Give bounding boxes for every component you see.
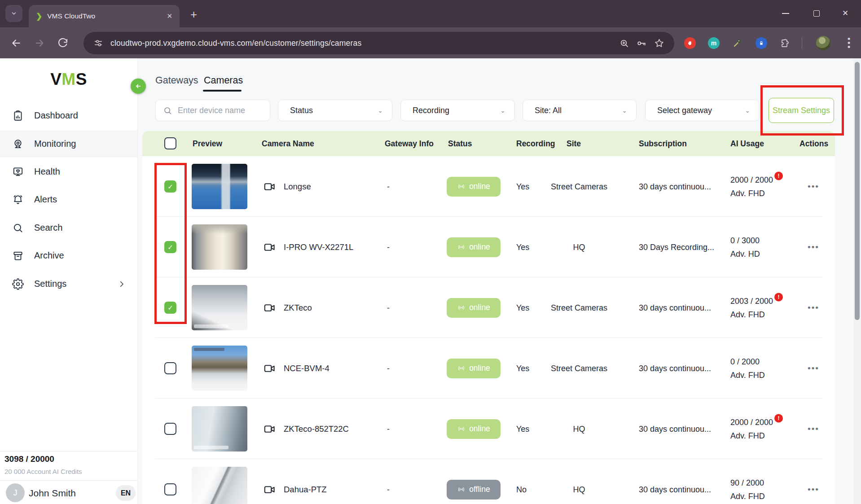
- browser-profile-avatar[interactable]: [816, 36, 830, 50]
- table-row[interactable]: NCE-BVM-4 - online Yes Street Cameras 30…: [142, 338, 835, 399]
- row-checkbox[interactable]: [164, 483, 176, 495]
- chevron-down-icon: ⌄: [745, 107, 750, 114]
- ai-plan-value: Adv. FHD: [730, 310, 783, 319]
- tab-cameras[interactable]: Cameras: [204, 75, 243, 86]
- device-search-field[interactable]: [155, 100, 270, 121]
- column-header-preview: Preview: [193, 131, 222, 156]
- tab-gateways[interactable]: Gateways: [155, 75, 198, 86]
- row-actions-button[interactable]: •••: [798, 424, 829, 434]
- language-selector[interactable]: EN: [116, 485, 136, 501]
- sidebar-item-search[interactable]: Search: [0, 214, 137, 241]
- status-filter-label: Status: [290, 106, 313, 115]
- annotation-checkboxes-highlight: [154, 163, 187, 324]
- zoom-icon[interactable]: [619, 38, 629, 48]
- extension-m-icon[interactable]: m: [708, 37, 720, 49]
- site-filter-label: Site: All: [535, 106, 562, 115]
- sidebar-item-settings[interactable]: Settings: [0, 270, 137, 298]
- extension-password-lock-icon[interactable]: [756, 37, 767, 49]
- status-filter-select[interactable]: Status⌄: [278, 100, 392, 121]
- ai-usage: 0 / 2000! Adv. FHD: [730, 357, 765, 380]
- row-actions-button[interactable]: •••: [798, 485, 829, 495]
- window-minimize-button[interactable]: [782, 13, 789, 14]
- ai-usage-value: 2000 / 2000: [730, 417, 773, 427]
- recording-value: Yes: [516, 303, 529, 312]
- browser-tab[interactable]: ❯ VMS CloudTwo ✕: [29, 5, 180, 27]
- user-avatar[interactable]: J: [6, 483, 25, 502]
- page-scrollbar-thumb[interactable]: [855, 62, 860, 320]
- search-input[interactable]: [178, 106, 259, 115]
- camera-preview-thumbnail[interactable]: [192, 285, 247, 330]
- window-maximize-button[interactable]: [813, 10, 820, 17]
- url-bar[interactable]: cloudtwo-prod.vxgdemo.cloud-vms.com/en/c…: [83, 32, 674, 54]
- status-label: online: [469, 364, 490, 373]
- logo-m: M: [62, 70, 75, 88]
- bookmark-star-icon[interactable]: [654, 38, 664, 48]
- table-row[interactable]: Dahua-PTZ - offline No HQ 30 days contin…: [142, 459, 835, 504]
- site-settings-icon[interactable]: [93, 38, 103, 48]
- extension-blocker-hand-icon[interactable]: [684, 37, 696, 49]
- browser-tab-strip: ❯ VMS CloudTwo ✕ + ✕: [0, 0, 861, 27]
- select-all-checkbox[interactable]: [164, 137, 176, 149]
- window-close-button[interactable]: ✕: [842, 9, 848, 18]
- sidebar-item-dashboard[interactable]: Dashboard: [0, 102, 137, 129]
- extension-colorpicker-icon[interactable]: [732, 37, 743, 49]
- site-filter-select[interactable]: Site: All⌄: [523, 100, 637, 121]
- table-row[interactable]: Longse - online Yes Street Cameras 30 da…: [142, 156, 835, 217]
- camera-name: Dahua-PTZ: [284, 485, 327, 495]
- arrow-left-icon: [135, 83, 142, 90]
- sidebar-item-monitoring[interactable]: Monitoring: [0, 130, 137, 158]
- new-tab-button[interactable]: +: [190, 8, 197, 22]
- subscription-value: 30 days continuou...: [639, 182, 711, 191]
- sidebar-item-label: Archive: [34, 250, 64, 261]
- camera-preview-thumbnail[interactable]: [192, 224, 247, 270]
- ai-plan-value: Adv. FHD: [730, 370, 765, 380]
- recording-filter-label: Recording: [413, 106, 449, 115]
- gateway-filter-select[interactable]: Select gateway⌄: [645, 100, 760, 121]
- reload-button[interactable]: [54, 27, 72, 58]
- camera-preview-thumbnail[interactable]: [192, 406, 247, 451]
- row-checkbox[interactable]: [164, 423, 176, 435]
- gateway-info-value: -: [382, 242, 395, 252]
- camera-preview-thumbnail[interactable]: [192, 467, 247, 504]
- status-badge: offline: [447, 480, 501, 500]
- signal-icon: [457, 485, 466, 494]
- sidebar-item-health[interactable]: Health: [0, 158, 137, 185]
- tab-close-icon[interactable]: ✕: [167, 12, 172, 20]
- sidebar-item-archive[interactable]: Archive: [0, 242, 137, 269]
- row-checkbox[interactable]: [164, 362, 176, 374]
- camera-preview-thumbnail[interactable]: [192, 164, 247, 209]
- row-actions-button[interactable]: •••: [798, 182, 829, 192]
- forward-button[interactable]: [31, 27, 48, 58]
- search-icon: [163, 106, 172, 115]
- browser-menu-icon[interactable]: •••: [846, 37, 852, 49]
- row-actions-button[interactable]: •••: [798, 364, 829, 373]
- row-actions-button[interactable]: •••: [798, 303, 829, 313]
- camera-name: NCE-BVM-4: [284, 364, 329, 373]
- sidebar-item-alerts[interactable]: Alerts: [0, 186, 137, 213]
- extensions-puzzle-icon[interactable]: [779, 37, 791, 49]
- ai-usage: 0 / 3000! Adv. HD: [730, 236, 760, 259]
- recording-filter-select[interactable]: Recording⌄: [400, 100, 515, 121]
- url-text[interactable]: cloudtwo-prod.vxgdemo.cloud-vms.com/en/c…: [110, 39, 612, 48]
- subscription-value: 30 days continuou...: [639, 424, 711, 434]
- camera-preview-thumbnail[interactable]: [192, 346, 247, 391]
- row-actions-button[interactable]: •••: [798, 242, 829, 252]
- subscription-value: 30 Days Recording...: [639, 242, 714, 252]
- table-row[interactable]: ZKTeco - online Yes Street Cameras 30 da…: [142, 277, 835, 338]
- table-row[interactable]: ZKTeco-852T22C - online Yes HQ 30 days c…: [142, 399, 835, 459]
- password-key-icon[interactable]: [637, 38, 647, 48]
- search-icon: [12, 222, 24, 234]
- chevron-down-icon: ⌄: [500, 107, 505, 114]
- archive-box-icon: [12, 250, 24, 262]
- logo-s: S: [76, 70, 87, 88]
- user-name[interactable]: John Smith: [29, 488, 76, 499]
- tab-search-chevron-button[interactable]: [5, 5, 22, 22]
- logo-v: V: [50, 70, 62, 88]
- table-row[interactable]: I-PRO WV-X2271L - online Yes HQ 30 Days …: [142, 217, 835, 277]
- gateway-info-value: -: [382, 182, 395, 191]
- cameras-table: Preview Camera Name Gateway Info Status …: [142, 131, 835, 504]
- column-header-ai-usage: AI Usage: [730, 131, 764, 156]
- status-badge: online: [447, 298, 501, 318]
- sidebar-collapse-button[interactable]: [131, 79, 146, 94]
- back-button[interactable]: [7, 27, 25, 58]
